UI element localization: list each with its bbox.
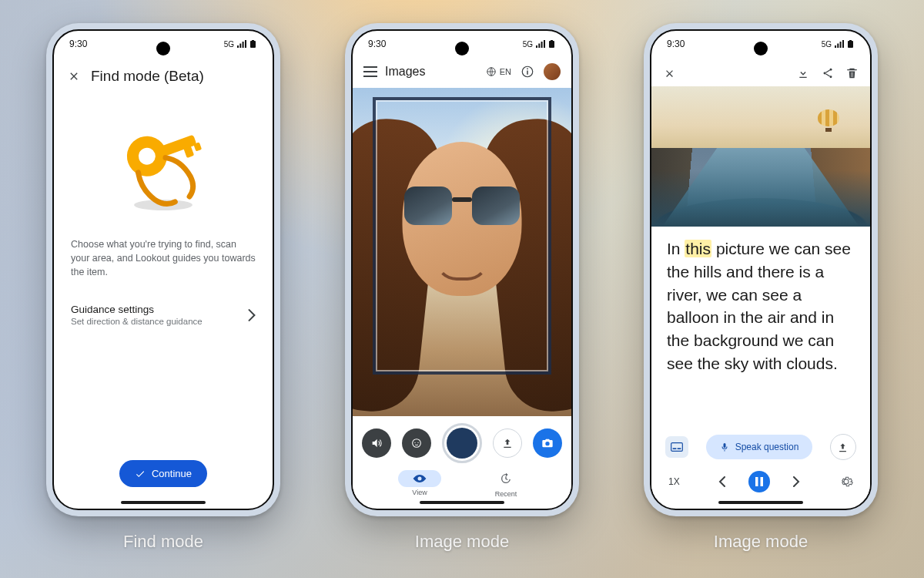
playback-bar: 1X [651, 465, 870, 498]
language-selector[interactable]: EN [486, 66, 511, 77]
chevron-left-icon [718, 476, 726, 487]
phone-screen-3: 9:30 5G [650, 29, 872, 510]
home-indicator [718, 501, 803, 504]
avatar[interactable] [544, 63, 561, 80]
upload-icon [837, 442, 849, 453]
face-detect-button[interactable] [402, 428, 431, 458]
guidance-settings-sub: Set direction & distance guidance [71, 317, 203, 326]
phone-frame-2: 9:30 5G Images EN [345, 23, 579, 516]
analyzed-image [651, 86, 870, 227]
sound-button[interactable] [362, 428, 391, 458]
camera-mode-button[interactable] [533, 428, 562, 458]
info-icon[interactable] [521, 65, 534, 79]
page-title: Find mode (Beta) [91, 68, 204, 85]
viewfinder-image [353, 88, 571, 416]
captions-button[interactable] [665, 436, 688, 458]
phone-screen-1: 9:30 5G Find mode (Beta) [52, 29, 274, 510]
chevron-right-icon [792, 476, 800, 487]
status-network: 5G [822, 40, 832, 49]
svg-point-11 [414, 442, 415, 443]
svg-point-12 [417, 442, 418, 443]
svg-point-14 [824, 72, 826, 75]
continue-button[interactable]: Continue [119, 460, 207, 487]
delete-icon[interactable] [846, 67, 858, 79]
desc-post: picture we can see the hills and there i… [667, 240, 851, 372]
tab-recent[interactable]: Recent [486, 469, 526, 498]
ask-bar: Speak question [651, 430, 870, 464]
status-network: 5G [224, 40, 234, 49]
status-time: 9:30 [667, 39, 685, 49]
signal-icon [237, 40, 246, 48]
globe-icon [486, 66, 497, 77]
upload-icon [501, 437, 514, 449]
focus-frame [373, 97, 551, 375]
download-icon[interactable] [797, 67, 809, 79]
speak-question-label: Speak question [735, 442, 799, 452]
col-find-mode: 9:30 5G Find mode (Beta) [46, 23, 280, 552]
prev-button[interactable] [711, 471, 733, 492]
sound-icon [370, 437, 383, 449]
share-icon[interactable] [822, 67, 834, 79]
svg-rect-16 [671, 443, 683, 452]
playback-speed[interactable]: 1X [668, 476, 680, 487]
guidance-settings-label: Guidance settings [71, 304, 203, 315]
tab-view[interactable]: View [398, 470, 441, 496]
find-mode-description: Choose what you're trying to find, scan … [54, 237, 273, 279]
phone-frame-3: 9:30 5G [644, 23, 878, 516]
svg-point-13 [830, 69, 832, 71]
gear-icon[interactable] [839, 475, 853, 489]
status-right: 5G [224, 40, 257, 49]
check-icon [135, 469, 146, 479]
images-top-bar: Images EN [353, 59, 571, 85]
caption-image-mode-reader: Image mode [714, 532, 808, 552]
guidance-settings-row[interactable]: Guidance settings Set direction & distan… [54, 302, 273, 328]
camera-hole [754, 42, 768, 55]
continue-label: Continue [152, 468, 192, 479]
export-button[interactable] [830, 434, 856, 460]
svg-rect-18 [678, 448, 681, 449]
camera-hole [455, 42, 469, 55]
phone-screen-2: 9:30 5G Images EN [351, 29, 573, 510]
caption-image-mode-live: Image mode [415, 532, 509, 552]
eye-icon [412, 474, 427, 483]
next-button[interactable] [785, 471, 807, 492]
close-icon[interactable] [68, 70, 80, 82]
svg-point-15 [830, 76, 832, 78]
key-illustration [54, 120, 273, 213]
svg-rect-17 [673, 448, 677, 449]
status-time: 9:30 [69, 39, 87, 49]
battery-icon [847, 40, 855, 48]
battery-icon [249, 40, 257, 48]
desc-pre: In [667, 240, 685, 257]
language-label: EN [500, 67, 511, 76]
pause-button[interactable] [748, 471, 770, 492]
chevron-right-icon [248, 309, 256, 321]
speak-question-button[interactable]: Speak question [706, 435, 813, 459]
tab-recent-label: Recent [495, 490, 517, 498]
bottom-tabs: View Recent [353, 469, 571, 498]
close-icon[interactable] [664, 68, 675, 79]
balloon-icon [818, 109, 839, 131]
face-icon [410, 437, 423, 449]
promo-stage: 9:30 5G Find mode (Beta) [0, 0, 924, 552]
status-right: 5G [523, 40, 556, 49]
camera-icon [541, 437, 554, 449]
phone-frame-1: 9:30 5G Find mode (Beta) [46, 23, 280, 516]
reader-top-bar [651, 62, 870, 85]
svg-rect-20 [761, 477, 764, 486]
menu-icon[interactable] [363, 66, 377, 77]
svg-rect-8 [527, 71, 528, 75]
camera-hole [156, 42, 170, 55]
signal-icon [536, 40, 545, 48]
home-indicator [420, 501, 504, 504]
shutter-button[interactable] [442, 423, 482, 463]
upload-button[interactable] [493, 428, 522, 458]
history-icon [500, 472, 512, 485]
images-header: Images [385, 65, 425, 79]
home-indicator [121, 501, 206, 504]
desc-highlight: this [685, 240, 711, 257]
camera-controls [353, 418, 571, 469]
status-time: 9:30 [368, 39, 386, 49]
mic-icon [720, 442, 729, 452]
svg-point-10 [413, 439, 421, 448]
